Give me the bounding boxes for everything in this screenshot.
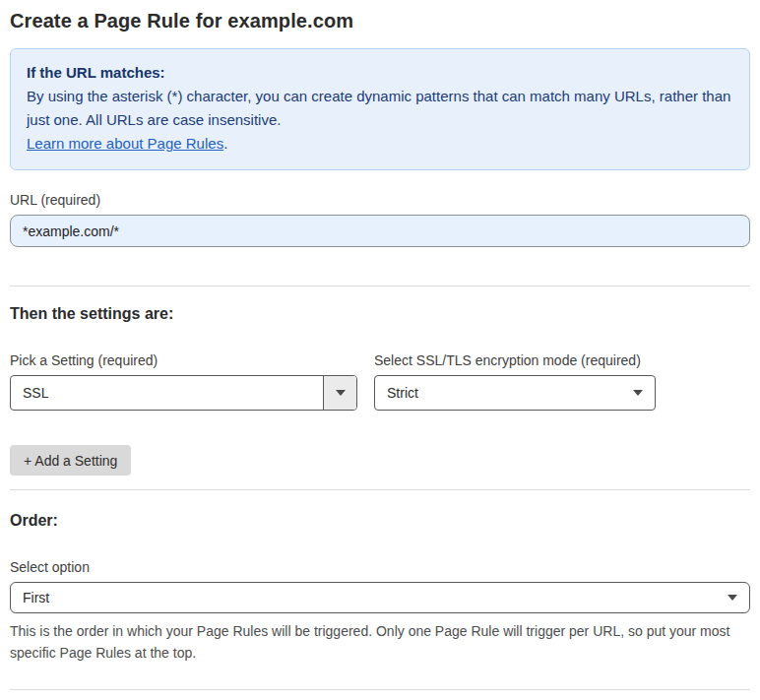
settings-section-heading: Then the settings are: (10, 305, 750, 323)
page-title: Create a Page Rule for example.com (10, 10, 750, 32)
order-select-value: First (11, 590, 716, 605)
link-suffix: . (223, 135, 227, 152)
ssl-mode-value: Strict (375, 385, 621, 401)
order-select-label: Select option (10, 559, 750, 575)
ssl-mode-select[interactable]: Strict (374, 375, 656, 411)
setting-picker-value: SSL (11, 385, 323, 401)
chevron-down-icon (621, 390, 655, 396)
url-field-label: URL (required) (10, 192, 750, 208)
url-input[interactable] (10, 215, 750, 247)
order-select[interactable]: First (10, 582, 750, 613)
section-divider (10, 286, 750, 286)
info-box-link-line: Learn more about Page Rules. (27, 132, 733, 156)
page-rule-form: Create a Page Rule for example.com If th… (0, 0, 760, 700)
section-divider (10, 489, 750, 490)
ssl-mode-picker-label: Select SSL/TLS encryption mode (required… (374, 352, 656, 368)
footer-divider (10, 689, 750, 690)
chevron-down-icon (716, 595, 749, 601)
order-section-heading: Order: (10, 512, 750, 530)
order-help-text: This is the order in which your Page Rul… (10, 620, 746, 664)
url-match-info-box: If the URL matches: By using the asteris… (10, 48, 750, 170)
chevron-down-icon (323, 376, 356, 410)
setting-picker-label: Pick a Setting (required) (10, 352, 357, 368)
info-box-body: By using the asterisk (*) character, you… (27, 85, 733, 132)
setting-picker-select[interactable]: SSL (10, 375, 357, 411)
learn-more-link[interactable]: Learn more about Page Rules (27, 135, 223, 152)
setting-picker-group: Pick a Setting (required) SSL (10, 352, 357, 411)
ssl-mode-picker-group: Select SSL/TLS encryption mode (required… (374, 352, 656, 411)
settings-pickers-row: Pick a Setting (required) SSL Select SSL… (10, 352, 750, 411)
add-setting-button[interactable]: + Add a Setting (10, 445, 131, 476)
info-box-heading: If the URL matches: (27, 61, 733, 85)
